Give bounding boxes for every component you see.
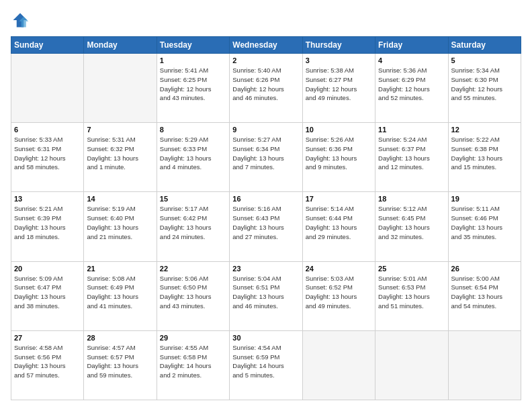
day-info: Sunrise: 5:04 AM Sunset: 6:51 PM Dayligh… — [232, 274, 299, 311]
day-number: 5 — [451, 56, 518, 64]
day-info: Sunrise: 5:31 AM Sunset: 6:32 PM Dayligh… — [87, 135, 153, 172]
day-number: 8 — [160, 126, 226, 134]
day-info: Sunrise: 4:55 AM Sunset: 6:58 PM Dayligh… — [160, 343, 226, 380]
day-cell: 14Sunrise: 5:19 AM Sunset: 6:40 PM Dayli… — [84, 192, 157, 261]
day-cell: 8Sunrise: 5:29 AM Sunset: 6:33 PM Daylig… — [157, 123, 229, 192]
day-info: Sunrise: 5:19 AM Sunset: 6:40 PM Dayligh… — [87, 204, 153, 241]
day-info: Sunrise: 5:08 AM Sunset: 6:49 PM Dayligh… — [87, 274, 153, 311]
day-cell: 18Sunrise: 5:12 AM Sunset: 6:45 PM Dayli… — [375, 192, 448, 261]
day-cell — [84, 54, 157, 123]
day-number: 7 — [87, 126, 153, 134]
day-cell: 5Sunrise: 5:34 AM Sunset: 6:30 PM Daylig… — [448, 54, 521, 123]
day-cell: 7Sunrise: 5:31 AM Sunset: 6:32 PM Daylig… — [84, 123, 157, 192]
day-number: 21 — [87, 265, 153, 273]
day-info: Sunrise: 5:29 AM Sunset: 6:33 PM Dayligh… — [160, 135, 226, 172]
day-cell: 4Sunrise: 5:36 AM Sunset: 6:29 PM Daylig… — [375, 54, 448, 123]
day-info: Sunrise: 5:03 AM Sunset: 6:52 PM Dayligh… — [306, 274, 372, 311]
day-number: 10 — [306, 126, 372, 134]
day-header-monday: Monday — [84, 37, 157, 54]
day-cell: 9Sunrise: 5:27 AM Sunset: 6:34 PM Daylig… — [230, 123, 302, 192]
day-cell: 3Sunrise: 5:38 AM Sunset: 6:27 PM Daylig… — [302, 54, 375, 123]
logo-icon — [11, 11, 30, 30]
logo — [11, 11, 32, 30]
day-info: Sunrise: 5:38 AM Sunset: 6:27 PM Dayligh… — [306, 66, 372, 103]
day-cell: 23Sunrise: 5:04 AM Sunset: 6:51 PM Dayli… — [230, 261, 302, 330]
header — [11, 11, 521, 30]
day-number: 30 — [232, 334, 299, 342]
day-header-wednesday: Wednesday — [230, 37, 302, 54]
day-info: Sunrise: 5:24 AM Sunset: 6:37 PM Dayligh… — [378, 135, 445, 172]
day-number: 3 — [306, 56, 372, 64]
day-cell: 26Sunrise: 5:00 AM Sunset: 6:54 PM Dayli… — [448, 261, 521, 330]
day-number: 2 — [232, 56, 299, 64]
day-number: 22 — [160, 265, 226, 273]
day-cell: 1Sunrise: 5:41 AM Sunset: 6:25 PM Daylig… — [157, 54, 229, 123]
day-cell: 20Sunrise: 5:09 AM Sunset: 6:47 PM Dayli… — [11, 261, 84, 330]
day-header-friday: Friday — [375, 37, 448, 54]
day-info: Sunrise: 5:11 AM Sunset: 6:46 PM Dayligh… — [451, 204, 518, 241]
day-number: 27 — [14, 334, 81, 342]
day-number: 19 — [451, 195, 518, 203]
day-number: 28 — [87, 334, 153, 342]
week-row-1: 1Sunrise: 5:41 AM Sunset: 6:25 PM Daylig… — [11, 54, 521, 123]
week-row-4: 20Sunrise: 5:09 AM Sunset: 6:47 PM Dayli… — [11, 261, 521, 330]
day-cell — [11, 54, 84, 123]
day-cell: 27Sunrise: 4:58 AM Sunset: 6:56 PM Dayli… — [11, 330, 84, 400]
day-number: 6 — [14, 126, 81, 134]
day-info: Sunrise: 5:22 AM Sunset: 6:38 PM Dayligh… — [451, 135, 518, 172]
day-number: 29 — [160, 334, 226, 342]
day-cell: 29Sunrise: 4:55 AM Sunset: 6:58 PM Dayli… — [157, 330, 229, 400]
week-row-3: 13Sunrise: 5:21 AM Sunset: 6:39 PM Dayli… — [11, 192, 521, 261]
calendar-header-row: SundayMondayTuesdayWednesdayThursdayFrid… — [11, 37, 521, 54]
calendar-table: SundayMondayTuesdayWednesdayThursdayFrid… — [11, 36, 521, 400]
day-info: Sunrise: 5:33 AM Sunset: 6:31 PM Dayligh… — [14, 135, 81, 172]
day-info: Sunrise: 5:36 AM Sunset: 6:29 PM Dayligh… — [378, 66, 445, 103]
day-info: Sunrise: 5:12 AM Sunset: 6:45 PM Dayligh… — [378, 204, 445, 241]
day-number: 4 — [378, 56, 445, 64]
day-info: Sunrise: 5:14 AM Sunset: 6:44 PM Dayligh… — [306, 204, 372, 241]
day-cell: 24Sunrise: 5:03 AM Sunset: 6:52 PM Dayli… — [302, 261, 375, 330]
day-cell: 11Sunrise: 5:24 AM Sunset: 6:37 PM Dayli… — [375, 123, 448, 192]
day-info: Sunrise: 5:00 AM Sunset: 6:54 PM Dayligh… — [451, 274, 518, 311]
day-cell — [302, 330, 375, 400]
day-cell: 28Sunrise: 4:57 AM Sunset: 6:57 PM Dayli… — [84, 330, 157, 400]
day-cell — [448, 330, 521, 400]
day-number: 1 — [160, 56, 226, 64]
day-info: Sunrise: 5:09 AM Sunset: 6:47 PM Dayligh… — [14, 274, 81, 311]
day-number: 18 — [378, 195, 445, 203]
day-number: 23 — [232, 265, 299, 273]
day-info: Sunrise: 4:57 AM Sunset: 6:57 PM Dayligh… — [87, 343, 153, 380]
day-cell: 21Sunrise: 5:08 AM Sunset: 6:49 PM Dayli… — [84, 261, 157, 330]
day-number: 20 — [14, 265, 81, 273]
day-info: Sunrise: 5:01 AM Sunset: 6:53 PM Dayligh… — [378, 274, 445, 311]
day-cell: 16Sunrise: 5:16 AM Sunset: 6:43 PM Dayli… — [230, 192, 302, 261]
day-cell: 2Sunrise: 5:40 AM Sunset: 6:26 PM Daylig… — [230, 54, 302, 123]
day-cell: 25Sunrise: 5:01 AM Sunset: 6:53 PM Dayli… — [375, 261, 448, 330]
day-header-saturday: Saturday — [448, 37, 521, 54]
day-number: 15 — [160, 195, 226, 203]
page: SundayMondayTuesdayWednesdayThursdayFrid… — [0, 0, 532, 411]
day-number: 26 — [451, 265, 518, 273]
day-info: Sunrise: 5:16 AM Sunset: 6:43 PM Dayligh… — [232, 204, 299, 241]
day-cell: 17Sunrise: 5:14 AM Sunset: 6:44 PM Dayli… — [302, 192, 375, 261]
day-header-thursday: Thursday — [302, 37, 375, 54]
day-info: Sunrise: 5:27 AM Sunset: 6:34 PM Dayligh… — [232, 135, 299, 172]
day-cell: 6Sunrise: 5:33 AM Sunset: 6:31 PM Daylig… — [11, 123, 84, 192]
day-header-tuesday: Tuesday — [157, 37, 229, 54]
day-cell: 19Sunrise: 5:11 AM Sunset: 6:46 PM Dayli… — [448, 192, 521, 261]
day-info: Sunrise: 5:26 AM Sunset: 6:36 PM Dayligh… — [306, 135, 372, 172]
day-cell: 22Sunrise: 5:06 AM Sunset: 6:50 PM Dayli… — [157, 261, 229, 330]
day-number: 17 — [306, 195, 372, 203]
day-number: 24 — [306, 265, 372, 273]
day-info: Sunrise: 4:54 AM Sunset: 6:59 PM Dayligh… — [232, 343, 299, 380]
day-info: Sunrise: 4:58 AM Sunset: 6:56 PM Dayligh… — [14, 343, 81, 380]
day-cell: 13Sunrise: 5:21 AM Sunset: 6:39 PM Dayli… — [11, 192, 84, 261]
day-number: 11 — [378, 126, 445, 134]
day-info: Sunrise: 5:06 AM Sunset: 6:50 PM Dayligh… — [160, 274, 226, 311]
day-cell: 12Sunrise: 5:22 AM Sunset: 6:38 PM Dayli… — [448, 123, 521, 192]
week-row-5: 27Sunrise: 4:58 AM Sunset: 6:56 PM Dayli… — [11, 330, 521, 400]
day-number: 9 — [232, 126, 299, 134]
day-info: Sunrise: 5:17 AM Sunset: 6:42 PM Dayligh… — [160, 204, 226, 241]
day-number: 13 — [14, 195, 81, 203]
day-info: Sunrise: 5:21 AM Sunset: 6:39 PM Dayligh… — [14, 204, 81, 241]
